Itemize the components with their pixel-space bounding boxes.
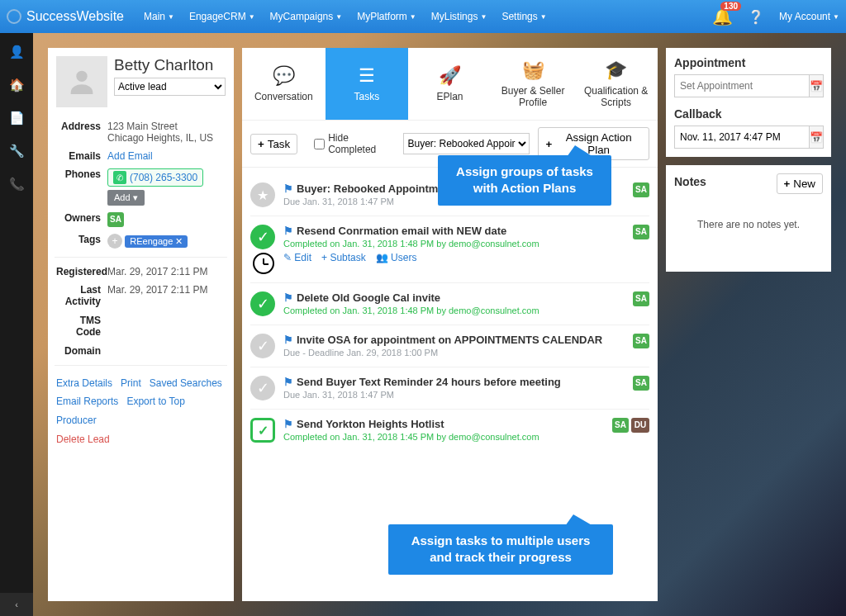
assignee-badge[interactable]: DU: [631, 418, 649, 433]
phone-number[interactable]: ✆(708) 265-3300: [107, 168, 203, 187]
calendar-icon[interactable]: 📅: [810, 74, 824, 97]
svg-point-0: [76, 71, 87, 82]
nav-mylistings[interactable]: MyListings▼: [431, 11, 487, 22]
callout-action-plans: Assign groups of taskswith Action Plans: [438, 155, 611, 206]
graduation-icon: 🎓: [605, 59, 627, 81]
nav-mycampaigns[interactable]: MyCampaigns▼: [270, 11, 343, 22]
task-filter-select[interactable]: Buyer: Rebooked Appoir: [403, 133, 530, 154]
nav-main[interactable]: Main▼: [144, 11, 174, 22]
lead-status-select[interactable]: Active lead: [114, 78, 226, 96]
task-row: ✓ ⚑Resend Conrmation email with NEW date…: [250, 216, 649, 282]
email-reports-link[interactable]: Email Reports: [56, 396, 118, 407]
add-phone-button[interactable]: Add ▾: [107, 190, 145, 206]
assignee-badge[interactable]: SA: [633, 334, 649, 348]
tab-conversation[interactable]: 💬Conversation: [242, 48, 326, 120]
tasks-icon: ☰: [359, 65, 375, 87]
rail-wrench-icon[interactable]: 🔧: [9, 144, 25, 159]
task-row: ✓ ⚑Delete Old Google Cal invite Complete…: [250, 282, 649, 325]
assignee-badge[interactable]: SA: [633, 291, 649, 306]
tab-qualification[interactable]: 🎓Qualification & Scripts: [574, 48, 658, 120]
nav-settings[interactable]: Settings▼: [501, 11, 546, 22]
center-panel: 💬Conversation ☰Tasks 🚀EPlan 🧺Buyer & Sel…: [242, 48, 658, 601]
task-checkbox[interactable]: ✓: [250, 376, 275, 400]
task-edit-link[interactable]: ✎ Edit: [283, 252, 311, 263]
rail-user-icon[interactable]: 👤: [9, 45, 25, 59]
notifications-badge: 130: [720, 2, 741, 11]
assignee-badge[interactable]: SA: [612, 418, 629, 433]
clock-icon: [253, 253, 274, 274]
phone-icon: ✆: [113, 171, 126, 184]
callout-multi-users: Assign tasks to multiple usersand track …: [388, 524, 613, 575]
avatar: [56, 56, 107, 107]
task-checkbox[interactable]: ★: [250, 182, 275, 207]
flag-icon: ⚑: [283, 225, 293, 237]
flag-icon: ⚑: [283, 334, 293, 346]
callback-label: Callback: [674, 107, 823, 121]
brand-icon: [7, 9, 21, 24]
flag-icon: ⚑: [283, 376, 293, 388]
new-note-button[interactable]: + New: [777, 173, 823, 194]
notes-label: Notes: [674, 175, 706, 188]
assignee-badge[interactable]: SA: [633, 225, 649, 239]
task-checkbox[interactable]: ✓: [250, 334, 275, 358]
task-checkbox[interactable]: ✓: [250, 291, 275, 316]
help-icon[interactable]: ❔: [748, 9, 764, 25]
right-panel: Appointment 📅 Callback 📅 Notes + New The…: [666, 48, 831, 601]
task-checkbox[interactable]: ✓: [250, 225, 275, 249]
notifications-bell-icon[interactable]: 🔔130: [712, 7, 733, 26]
eplan-icon: 🚀: [439, 65, 461, 87]
calendar-icon[interactable]: 📅: [810, 126, 824, 149]
task-row: ✓ ⚑Invite OSA for appointment on APPOINT…: [250, 325, 649, 367]
lead-panel: Betty Charlton Active lead Address 123 M…: [48, 48, 234, 601]
rail-document-icon[interactable]: 📄: [9, 111, 25, 126]
assignee-badge[interactable]: SA: [633, 182, 649, 197]
task-row: ✓ ⚑Send Buyer Text Reminder 24 hours bef…: [250, 367, 649, 409]
task-subtask-link[interactable]: + Subtask: [321, 252, 366, 263]
task-list: ★ ⚑Buyer: Rebooked Appointment Due Jan. …: [242, 168, 658, 457]
assignee-badge[interactable]: SA: [633, 376, 649, 391]
basket-icon: 🧺: [522, 59, 544, 81]
hide-completed-toggle[interactable]: Hide Completed: [314, 132, 395, 155]
top-menu: Main▼ EngageCRM▼ MyCampaigns▼ MyPlatform…: [144, 11, 547, 22]
print-link[interactable]: Print: [121, 377, 141, 389]
rail-home-icon[interactable]: 🏠: [9, 78, 25, 92]
appointment-card: Appointment 📅 Callback 📅: [666, 48, 831, 157]
tag-chip[interactable]: REengage ✕: [125, 235, 188, 248]
rail-phone-icon[interactable]: 📞: [9, 177, 25, 192]
center-tabs: 💬Conversation ☰Tasks 🚀EPlan 🧺Buyer & Sel…: [242, 48, 658, 121]
delete-lead-link[interactable]: Delete Lead: [56, 434, 110, 445]
lead-name: Betty Charlton: [114, 56, 226, 74]
rail-collapse-toggle[interactable]: ‹: [0, 593, 33, 616]
add-task-button[interactable]: + Task: [250, 134, 297, 154]
my-account-menu[interactable]: My Account▼: [779, 11, 839, 22]
task-row: ✓ ⚑Send Yorkton Heights Hotlist Complete…: [250, 409, 649, 451]
left-rail: 👤 🏠 📄 🔧 📞: [0, 33, 33, 616]
callback-input[interactable]: [674, 126, 810, 149]
notes-card: Notes + New There are no notes yet.: [666, 165, 831, 272]
saved-searches-link[interactable]: Saved Searches: [150, 377, 222, 389]
conversation-icon: 💬: [273, 65, 295, 87]
nav-engagecrm[interactable]: EngageCRM▼: [189, 11, 255, 22]
appointment-input[interactable]: [674, 74, 810, 97]
tab-eplan[interactable]: 🚀EPlan: [408, 48, 492, 120]
tab-profile[interactable]: 🧺Buyer & Seller Profile: [492, 48, 575, 120]
flag-icon: ⚑: [283, 182, 293, 195]
nav-myplatform[interactable]: MyPlatform▼: [357, 11, 416, 22]
add-tag-button[interactable]: +: [107, 234, 122, 249]
task-users-link[interactable]: 👥 Users: [376, 252, 417, 263]
tab-tasks[interactable]: ☰Tasks: [326, 48, 409, 120]
brand[interactable]: SuccessWebsite: [7, 9, 124, 24]
extra-details-link[interactable]: Extra Details: [56, 377, 112, 389]
flag-icon: ⚑: [283, 291, 293, 304]
add-email-link[interactable]: Add Email: [107, 150, 153, 162]
appointment-label: Appointment: [674, 56, 823, 69]
flag-icon: ⚑: [283, 418, 293, 430]
brand-text: SuccessWebsite: [26, 9, 124, 24]
task-checkbox[interactable]: ✓: [250, 418, 275, 443]
top-nav: SuccessWebsite Main▼ EngageCRM▼ MyCampai…: [0, 0, 846, 33]
notes-empty-text: There are no notes yet.: [674, 194, 823, 263]
owner-badge[interactable]: SA: [107, 212, 124, 227]
